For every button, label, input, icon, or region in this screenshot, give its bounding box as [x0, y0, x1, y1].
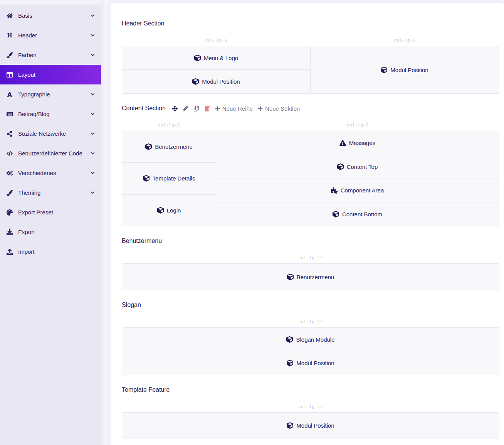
module-modul-position[interactable]: Modul Position [122, 351, 499, 375]
move-section-button[interactable] [172, 106, 178, 111]
sidebar-item-theming[interactable]: Theming [0, 183, 101, 202]
section-title: Header Section [122, 20, 164, 27]
paintbrush-icon [5, 52, 14, 58]
cube-icon [287, 360, 293, 366]
sidebar-item-header[interactable]: H Header [0, 25, 101, 45]
sidebar: Basis H Header Farben Layout Typographie [0, 0, 101, 445]
module-benutzermenu[interactable]: Benutzermenu [122, 131, 216, 163]
cube-icon [381, 67, 387, 73]
section-title: Slogan [122, 302, 141, 308]
cube-icon [337, 164, 344, 170]
sidebar-item-soziale-netzwerke[interactable]: Soziale Netzwerke [0, 124, 101, 143]
column-size-label: col-lg-12 [122, 404, 499, 409]
module-slogan-module[interactable]: Slogan Module [122, 327, 499, 351]
cube-icon [192, 78, 199, 85]
section-title: Content Section [122, 105, 166, 112]
module-label: Template Details [153, 175, 195, 182]
delete-section-button[interactable] [204, 106, 210, 111]
chevron-down-icon [91, 112, 95, 116]
columns-icon [5, 72, 14, 78]
module-label: Component Area [341, 187, 384, 194]
module-benutzermenu[interactable]: Benutzermenu [122, 263, 499, 290]
plus-icon [258, 106, 263, 111]
edit-section-button[interactable] [183, 106, 188, 111]
layout-column: Modul Position [122, 412, 499, 438]
module-label: Slogan Module [296, 336, 334, 343]
new-row-button[interactable]: Neue Reihe [215, 105, 253, 112]
section-title: Benutzermenu [122, 238, 162, 244]
module-label: Menu & Logo [204, 55, 238, 61]
section-benutzermenu: Benutzermenu col-lg-12 Benutzermenu [122, 238, 499, 290]
module-label: Login [167, 207, 181, 214]
module-menu-logo[interactable]: Menu & Logo [122, 46, 311, 70]
cube-icon [143, 175, 150, 182]
module-login[interactable]: Login [122, 195, 216, 226]
column-labels-row: col-lg-6 col-lg-6 [122, 38, 499, 43]
column-labels-row: col-lg-12 [122, 319, 499, 324]
code-icon [5, 150, 14, 157]
module-label: Modul Position [202, 78, 240, 85]
module-content-bottom[interactable]: Content Bottom [216, 202, 499, 226]
puzzle-icon [331, 187, 338, 194]
module-label: Content Top [347, 164, 378, 170]
sidebar-item-export-preset[interactable]: Export Preset [0, 202, 101, 222]
section-template-feature: Template Feature col-lg-12 Modul Positio… [122, 386, 499, 438]
section-header-section: Header Section col-lg-6 col-lg-6 Menu & … [122, 20, 499, 94]
layout-column: Slogan Module Modul Position [122, 327, 499, 375]
home-icon [5, 13, 14, 19]
module-component-area[interactable]: Component Area [216, 179, 499, 203]
column-size-label: col-lg-9 [216, 123, 499, 128]
module-label: Content Bottom [342, 211, 382, 217]
section-title: Template Feature [122, 386, 170, 393]
sidebar-item-import[interactable]: Import [0, 242, 101, 261]
chevron-down-icon [91, 151, 95, 155]
sidebar-item-label: Farben [18, 52, 91, 58]
module-label: Modul Position [390, 67, 428, 73]
module-content-top[interactable]: Content Top [216, 155, 499, 179]
layout-column: Benutzermenu [122, 263, 499, 290]
main-area: Header Section col-lg-6 col-lg-6 Menu & … [101, 0, 504, 445]
module-label: Modul Position [296, 422, 334, 429]
font-icon [5, 91, 14, 98]
paintbrush-icon [5, 190, 14, 196]
sidebar-item-benutzerdefinierter-code[interactable]: Benutzerdefinierter Code [0, 143, 101, 163]
module-template-details[interactable]: Template Details [122, 163, 216, 194]
column-labels-row: col-lg-12 [122, 255, 499, 260]
cube-icon [145, 143, 152, 150]
layout-column: Modul Position [310, 46, 499, 94]
sidebar-item-export[interactable]: Export [0, 222, 101, 242]
new-section-button[interactable]: Neue Sektion [258, 105, 300, 112]
column-size-label: col-lg-6 [311, 38, 499, 43]
cube-icon [333, 211, 339, 217]
sidebar-item-layout[interactable]: Layout [0, 65, 101, 84]
layout-row: Benutzermenu Template Details Login [122, 131, 499, 226]
duplicate-section-button[interactable] [193, 106, 199, 111]
cube-icon [287, 274, 294, 280]
column-size-label: col-lg-12 [122, 319, 499, 324]
sidebar-item-verschiedenes[interactable]: Verschiedenes [0, 163, 101, 183]
sidebar-item-typographie[interactable]: Typographie [0, 84, 101, 104]
cogs-icon [5, 170, 14, 176]
new-section-label: Neue Sektion [265, 105, 300, 112]
sidebar-item-label: Typographie [18, 91, 91, 98]
share-icon [5, 131, 14, 137]
module-modul-position[interactable]: Modul Position [310, 46, 499, 94]
sidebar-item-label: Layout [18, 71, 95, 78]
sidebar-item-label: Soziale Netzwerke [18, 130, 91, 137]
layout-row: Menu & Logo Modul Position Modul Positio… [122, 46, 499, 94]
cube-icon [194, 55, 201, 61]
module-modul-position[interactable]: Modul Position [122, 412, 499, 438]
section-toolbar: Neue Reihe Neue Sektion [172, 105, 300, 112]
palette-icon [5, 209, 14, 216]
module-modul-position[interactable]: Modul Position [122, 70, 311, 94]
cube-icon [287, 422, 293, 429]
sidebar-item-farben[interactable]: Farben [0, 45, 101, 65]
layout-row: Slogan Module Modul Position [122, 327, 499, 375]
newspaper-icon [5, 111, 14, 117]
column-labels-row: col-lg-12 [122, 404, 499, 409]
module-messages[interactable]: Messages [216, 131, 499, 155]
sidebar-item-basis[interactable]: Basis [0, 6, 101, 25]
sidebar-item-label: Basis [18, 12, 91, 19]
sidebar-item-beitrag-blog[interactable]: Beitrag/Blog [0, 104, 101, 124]
layout-column: Messages Content Top Component Area [216, 131, 499, 226]
